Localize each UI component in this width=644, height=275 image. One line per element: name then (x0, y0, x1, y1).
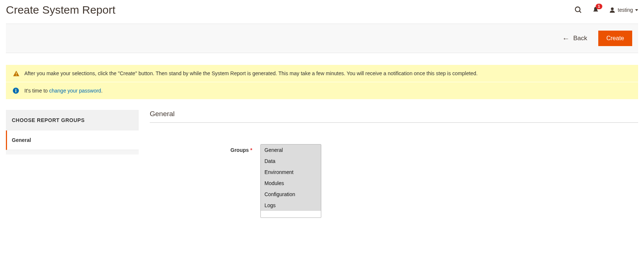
change-password-link[interactable]: change your password (49, 88, 101, 94)
page-title: Create System Report (6, 4, 115, 16)
warning-text: After you make your selections, click th… (24, 70, 478, 76)
groups-option[interactable]: Modules (261, 178, 321, 189)
chevron-down-icon (635, 9, 638, 11)
groups-option[interactable]: General (261, 145, 321, 156)
info-icon (13, 87, 19, 95)
messages-container: After you make your selections, click th… (6, 65, 638, 100)
header-actions: 1 testing (574, 6, 638, 14)
notification-badge: 1 (596, 4, 602, 9)
sidebar-header: CHOOSE REPORT GROUPS (6, 110, 139, 130)
warning-message: After you make your selections, click th… (6, 65, 638, 82)
warning-icon (13, 70, 20, 79)
svg-point-0 (575, 7, 580, 12)
sidebar: CHOOSE REPORT GROUPS General (6, 110, 139, 218)
groups-label: Groups* (150, 144, 260, 153)
section-title: General (150, 110, 638, 123)
svg-rect-4 (16, 75, 17, 76)
groups-option[interactable]: Data (261, 156, 321, 167)
user-icon (609, 7, 616, 13)
back-button[interactable]: ← Back (562, 35, 587, 42)
action-bar: ← Back Create (6, 24, 638, 53)
sidebar-footer (6, 150, 139, 154)
svg-line-1 (579, 11, 581, 13)
arrow-left-icon: ← (562, 35, 569, 42)
info-text: It's time to change your password. (24, 88, 103, 94)
groups-option[interactable]: Environment (261, 167, 321, 178)
sidebar-item-general[interactable]: General (6, 130, 139, 150)
search-icon (574, 6, 582, 14)
svg-rect-3 (16, 73, 17, 74)
groups-option[interactable]: Configuration (261, 189, 321, 200)
required-mark: * (250, 147, 252, 153)
search-button[interactable] (574, 6, 582, 14)
svg-point-7 (15, 89, 17, 90)
back-label: Back (573, 35, 587, 42)
main-panel: General Groups* GeneralDataEnvironmentMo… (150, 110, 638, 218)
info-message: It's time to change your password. (6, 82, 638, 100)
user-menu[interactable]: testing (609, 7, 638, 13)
create-button[interactable]: Create (598, 31, 632, 46)
svg-point-2 (611, 7, 614, 10)
groups-option[interactable]: Logs (261, 200, 321, 211)
svg-rect-6 (15, 90, 16, 93)
groups-field-row: Groups* GeneralDataEnvironmentModulesCon… (150, 144, 638, 218)
groups-select[interactable]: GeneralDataEnvironmentModulesConfigurati… (260, 144, 321, 218)
notifications-button[interactable]: 1 (592, 6, 599, 14)
user-name-label: testing (618, 7, 633, 13)
